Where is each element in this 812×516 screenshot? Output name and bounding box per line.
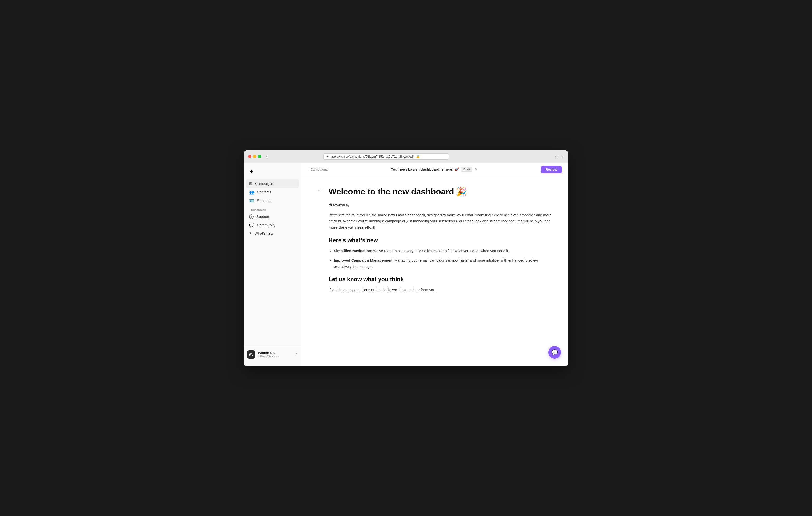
logo: ✦ <box>244 167 301 179</box>
support-icon: ? <box>249 214 254 219</box>
breadcrumb-campaigns[interactable]: Campaigns <box>311 168 328 172</box>
paragraph2-after-italic: managing your subscribers, our fresh loo… <box>412 219 550 223</box>
senders-label: Senders <box>257 199 270 203</box>
maximize-button[interactable] <box>258 155 261 158</box>
block-controls: + ⠿ <box>317 187 326 192</box>
close-button[interactable] <box>248 155 252 158</box>
senders-icon: 🪪 <box>249 199 254 203</box>
paragraph2[interactable]: We're excited to introduce the brand new… <box>328 212 552 231</box>
sidebar-item-community[interactable]: 💬 Community <box>246 221 299 230</box>
bullet1-rest: : We've reorganized everything so it's e… <box>371 249 509 253</box>
sidebar-item-support[interactable]: ? Support <box>246 213 299 221</box>
heading1-block: + ⠿ Welcome to the new dashboard 🎉 <box>317 187 552 202</box>
sidebar-nav: ✉ Campaigns 👥 Contacts 🪪 Senders Resourc… <box>244 179 301 347</box>
community-label: Community <box>257 223 276 227</box>
drag-block-button[interactable]: ⠿ <box>321 188 324 192</box>
editor-area[interactable]: + ⠿ Welcome to the new dashboard 🎉 Hi ev… <box>301 176 568 366</box>
contacts-icon: 👥 <box>249 190 254 195</box>
heading2-1[interactable]: Here's what's new <box>328 237 552 244</box>
heading2-2-block: Let us know what you think <box>317 276 552 283</box>
paragraph1-block: Hi everyone, <box>317 202 552 208</box>
campaign-title: Your new Lavish dashboard is here! 🚀 <box>391 167 459 172</box>
whats-new-label: What's new <box>255 231 273 236</box>
url-text: app.lavish.so/campaigns/01jacmf4152hgx7b… <box>330 155 414 158</box>
support-label: Support <box>256 215 269 219</box>
whats-new-icon: ✦ <box>249 231 252 235</box>
list-item-2: Improved Campaign Management: Managing y… <box>334 257 552 270</box>
lock-icon: 🔒 <box>416 155 420 158</box>
avatar: WL <box>247 350 255 359</box>
magic-icon: ✦ <box>326 155 329 158</box>
user-name: Wilbert Liu <box>258 351 293 355</box>
list-item-1: Simplified Navigation: We've reorganized… <box>334 248 552 254</box>
new-tab-button[interactable]: + <box>560 154 564 159</box>
bullet1-bold: Simplified Navigation <box>334 249 371 253</box>
campaigns-icon: ✉ <box>249 181 253 186</box>
logo-icon: ✦ <box>249 168 254 175</box>
review-button[interactable]: Review <box>541 166 562 173</box>
main-content: ‹ Campaigns Your new Lavish dashboard is… <box>301 163 568 366</box>
chat-icon: 💬 <box>551 349 558 356</box>
campaigns-label: Campaigns <box>255 181 273 186</box>
contacts-label: Contacts <box>257 190 271 194</box>
heading1-content: Welcome to the new dashboard 🎉 <box>328 187 552 202</box>
add-block-button[interactable]: + <box>317 188 320 192</box>
browser-back-button[interactable]: ‹ <box>264 154 269 159</box>
sidebar: ✦ ✉ Campaigns 👥 Contacts 🪪 Senders Resou… <box>244 163 301 366</box>
back-chevron-icon: ‹ <box>308 167 309 172</box>
campaign-info: Your new Lavish dashboard is here! 🚀 Dra… <box>331 167 538 172</box>
user-profile[interactable]: WL Wilbert Liu wilbert@lavish.so ⌃ <box>244 347 301 362</box>
sidebar-item-campaigns[interactable]: ✉ Campaigns <box>246 179 299 188</box>
bullet2-bold: Improved Campaign Management <box>334 258 393 263</box>
paragraph3[interactable]: If you have any questions or feedback, w… <box>328 287 552 293</box>
paragraph2-italic: just <box>406 219 412 223</box>
minimize-button[interactable] <box>253 155 256 158</box>
paragraph1[interactable]: Hi everyone, <box>328 202 552 208</box>
user-info: Wilbert Liu wilbert@lavish.so <box>258 351 293 358</box>
heading2-1-block: Here's what's new <box>317 237 552 244</box>
paragraph3-block: If you have any questions or feedback, w… <box>317 287 552 293</box>
sidebar-item-whats-new[interactable]: ✦ What's new <box>246 230 299 237</box>
user-email: wilbert@lavish.so <box>258 355 293 358</box>
breadcrumb: ‹ Campaigns <box>308 167 327 172</box>
sidebar-item-contacts[interactable]: 👥 Contacts <box>246 188 299 196</box>
address-bar[interactable]: ✦ app.lavish.so/campaigns/01jacmf4152hgx… <box>323 153 449 160</box>
heading2-2[interactable]: Let us know what you think <box>328 276 552 283</box>
paragraph2-block: We're excited to introduce the brand new… <box>317 212 552 231</box>
edit-title-button[interactable]: ✎ <box>474 167 478 172</box>
community-icon: 💬 <box>249 223 254 228</box>
draft-badge: Draft <box>461 167 472 172</box>
share-button[interactable]: ⎙ <box>555 154 558 159</box>
paragraph2-bold: more done with less effort! <box>328 225 375 230</box>
bullet-list: Simplified Navigation: We've reorganized… <box>328 248 552 270</box>
heading1[interactable]: Welcome to the new dashboard 🎉 <box>328 187 552 196</box>
top-bar: ‹ Campaigns Your new Lavish dashboard is… <box>301 163 568 176</box>
chat-fab-button[interactable]: 💬 <box>548 346 561 359</box>
resources-label: Resources <box>246 205 299 213</box>
bullet-list-block: Simplified Navigation: We've reorganized… <box>317 248 552 270</box>
profile-expand-button[interactable]: ⌃ <box>295 353 298 356</box>
sidebar-item-senders[interactable]: 🪪 Senders <box>246 196 299 205</box>
